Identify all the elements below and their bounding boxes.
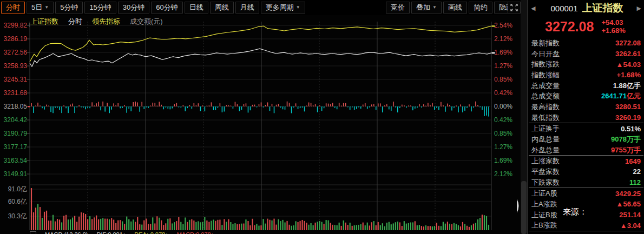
period-button-分时[interactable]: 分时 <box>1 2 25 14</box>
quote-row-value: 112 <box>629 178 641 186</box>
quote-panel: ◀ 000001 上证指数 ▶ 3272.08 +54.03 +1.68% 最新… <box>527 0 644 234</box>
change-percent: +1.68% <box>601 26 625 35</box>
period-button-日线[interactable]: 日线 <box>185 2 208 14</box>
tool-button-竞价[interactable]: 竞价 <box>386 2 410 14</box>
quote-row-value: 22 <box>633 168 641 176</box>
quote-row-label: 最高指数 <box>531 102 560 112</box>
tool-button-简约[interactable]: 简约 <box>469 2 492 14</box>
source-watermark: 来源： <box>563 207 587 217</box>
price-block: 3272.08 +54.03 +1.68% <box>528 16 644 37</box>
button-label: 月线 <box>240 2 254 13</box>
button-label: 5日 <box>31 2 42 13</box>
prev-stock-arrow-icon[interactable]: ◀ <box>528 5 538 12</box>
chevron-down-icon: ▼ <box>296 5 300 10</box>
quote-row-value: 0.51% <box>621 125 641 133</box>
macd-dif-value: DIF:0.001↑ <box>96 231 126 234</box>
quote-row-label: 下跌家数 <box>531 178 560 188</box>
quote-row-value: 3262.61 <box>615 50 641 58</box>
chart-pane: 分时5日▼5分钟15分钟30分钟60分钟日线周线月线更多周期▼ 竞价叠加▼画线简… <box>0 0 521 234</box>
quote-row-label: 上涨家数 <box>531 156 560 166</box>
period-button-周线[interactable]: 周线 <box>210 2 234 14</box>
quote-row-总成交量: 总成交量1.88亿手 <box>529 81 643 91</box>
tool-button-叠加[interactable]: 叠加▼ <box>411 2 442 14</box>
collapse-arrow-icon <box>516 199 521 213</box>
period-button-15分钟[interactable]: 15分钟 <box>84 2 116 14</box>
quote-row-value: 251.14 <box>619 211 641 219</box>
quote-row-label: 最低指数 <box>531 113 560 123</box>
macd-macd-value: MACD:0.078↑ <box>177 231 214 234</box>
quote-row-今日开盘: 今日开盘3262.61 <box>529 49 643 59</box>
macd-title: MACD (12,26,9) <box>45 231 88 234</box>
quote-row-最新指数: 最新指数3272.08 <box>529 38 643 49</box>
fullscreen-button[interactable] <box>508 2 521 14</box>
quote-row-value: ▲56.65 <box>616 200 641 208</box>
quote-row-value: 3272.08 <box>615 39 641 47</box>
next-stock-arrow-icon[interactable]: ▶ <box>634 5 644 12</box>
fullscreen-icon <box>510 4 518 11</box>
period-button-5日[interactable]: 5日▼ <box>27 2 54 14</box>
quote-row-value: 3429.25 <box>615 190 641 198</box>
button-label: 画线 <box>448 2 462 13</box>
panel-collapse-handle[interactable] <box>516 199 521 213</box>
quote-row-label: 总成交额 <box>531 91 560 101</box>
period-button-更多周期[interactable]: 更多周期▼ <box>261 2 305 14</box>
macd-dea-value: DEA:-0.078↑ <box>134 231 168 234</box>
quote-row-label: 内盘总量 <box>531 135 560 144</box>
macd-indicator-row: MACD (12,26,9) DIF:0.001↑ DEA:-0.078↑ MA… <box>30 231 214 234</box>
tool-button-画线[interactable]: 画线 <box>443 2 467 14</box>
chevron-down-icon: ▼ <box>44 5 49 10</box>
stock-code: 000001 <box>550 4 577 13</box>
quote-row-最低指数: 最低指数3260.19 <box>529 112 643 123</box>
button-label: 日线 <box>189 2 203 13</box>
quote-header: ◀ 000001 上证指数 ▶ <box>528 1 644 15</box>
quote-row-指数涨跌: 指数涨跌▲54.03 <box>529 59 643 70</box>
quote-row-value: 1649 <box>625 157 641 165</box>
quote-row-value: 9078万手 <box>611 135 641 144</box>
button-label: 叠加 <box>416 2 430 13</box>
macd-settings-icon[interactable] <box>30 231 36 234</box>
quote-row-外盘总量: 外盘总量9755万手 <box>529 145 643 156</box>
button-label: 5分钟 <box>60 2 78 13</box>
change-column: +54.03 +1.68% <box>601 18 625 35</box>
stock-name: 上证指数 <box>582 1 623 15</box>
period-button-30分钟[interactable]: 30分钟 <box>118 2 149 14</box>
button-label: 30分钟 <box>123 2 144 13</box>
quote-row-平盘家数: 平盘家数22 <box>529 166 643 177</box>
quote-row-label: 上证换手 <box>531 124 560 133</box>
quote-row-label: 上证A股 <box>531 189 557 198</box>
period-button-group: 分时5日▼5分钟15分钟30分钟60分钟日线周线月线更多周期▼ <box>1 2 305 14</box>
quote-row-label: 总成交量 <box>531 81 560 91</box>
tools-button-group: 竞价叠加▼画线简约隐藏» <box>386 2 522 14</box>
quote-row-value: 1.88亿手 <box>613 81 641 91</box>
scrollbar-thumb[interactable] <box>521 181 527 234</box>
quote-row-label: 上B涨跌 <box>531 220 557 230</box>
period-button-月线[interactable]: 月线 <box>235 2 259 14</box>
quote-row-下跌家数: 下跌家数112 <box>529 177 643 188</box>
quote-row-总成交额: 总成交额2641.71亿元 <box>529 91 643 102</box>
quote-row-value: 2641.71亿元 <box>601 91 641 101</box>
quote-row-最高指数: 最高指数3280.51 <box>529 102 643 112</box>
quote-row-value: 3280.51 <box>615 103 641 111</box>
quote-row-上涨家数: 上涨家数1649 <box>529 155 643 166</box>
quote-row-label: 指数涨跌 <box>531 59 560 69</box>
period-button-5分钟[interactable]: 5分钟 <box>55 2 83 14</box>
quote-row-label: 指数涨幅 <box>531 70 560 80</box>
intraday-chart[interactable] <box>0 15 521 234</box>
quote-row-value: 9755万手 <box>611 145 641 155</box>
button-label: 分时 <box>6 2 20 13</box>
quote-row-内盘总量: 内盘总量9078万手 <box>529 134 643 145</box>
quote-row-label: 今日开盘 <box>531 49 560 59</box>
quote-row-label: 平盘家数 <box>531 167 560 177</box>
quote-row-label: 上证B股 <box>531 210 557 220</box>
period-toolbar: 分时5日▼5分钟15分钟30分钟60分钟日线周线月线更多周期▼ 竞价叠加▼画线简… <box>0 0 521 15</box>
quote-row-指数涨幅: 指数涨幅+1.68% <box>529 70 643 81</box>
chevron-down-icon: ▼ <box>432 5 437 10</box>
button-label: 简约 <box>474 2 488 13</box>
button-label: 60分钟 <box>156 2 178 13</box>
quote-row-label: 上A涨跌 <box>531 199 557 209</box>
quote-row-value: ▲3.04 <box>620 222 641 230</box>
quote-row-label: 最新指数 <box>531 38 560 48</box>
quote-row-label: 外盘总量 <box>531 145 560 155</box>
period-button-60分钟[interactable]: 60分钟 <box>151 2 182 14</box>
quote-row-value: 3260.19 <box>615 113 641 122</box>
